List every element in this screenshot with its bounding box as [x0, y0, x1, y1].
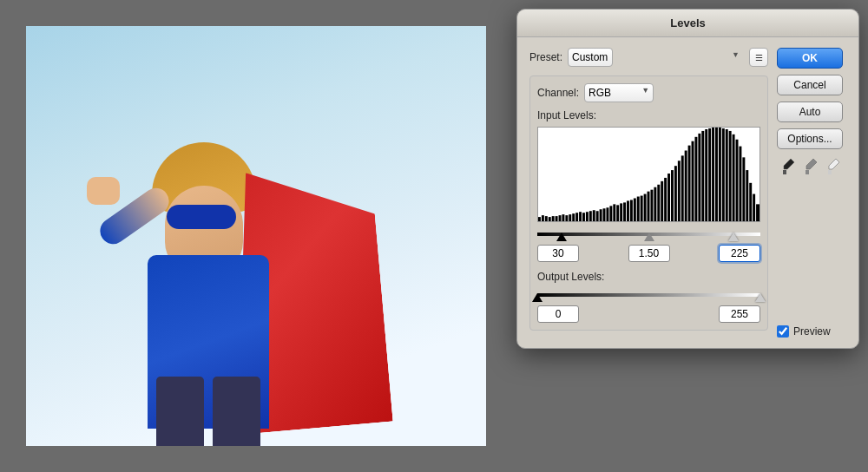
- eyedropper-white-icon[interactable]: [825, 157, 844, 176]
- svg-rect-47: [694, 137, 697, 221]
- input-midtone-value[interactable]: [628, 245, 670, 262]
- preset-label: Preset:: [529, 51, 562, 63]
- svg-rect-68: [828, 170, 832, 174]
- histogram-svg: [538, 128, 760, 221]
- mask: [167, 205, 236, 229]
- svg-rect-41: [674, 166, 677, 221]
- svg-rect-48: [698, 134, 700, 221]
- input-midtone-thumb[interactable]: [644, 233, 654, 241]
- leg-right: [213, 377, 260, 446]
- levels-dialog: Levels Preset: Custom ☰ Chann: [516, 9, 859, 349]
- svg-rect-61: [742, 157, 745, 221]
- svg-rect-66: [783, 170, 786, 174]
- svg-rect-23: [613, 204, 615, 221]
- svg-rect-7: [559, 215, 562, 221]
- eyedroppers-row: [777, 157, 846, 176]
- input-levels-label: Input Levels:: [537, 109, 760, 121]
- preset-row: Preset: Custom ☰: [529, 48, 768, 67]
- input-white-point-thumb[interactable]: [728, 233, 739, 241]
- svg-rect-10: [569, 214, 571, 221]
- channel-select[interactable]: RGB: [584, 83, 654, 102]
- svg-rect-6: [556, 216, 558, 221]
- svg-rect-1: [538, 217, 541, 221]
- svg-rect-11: [572, 213, 575, 221]
- fist: [87, 177, 120, 205]
- svg-rect-35: [654, 187, 656, 221]
- svg-rect-25: [620, 203, 622, 221]
- svg-rect-24: [616, 205, 619, 221]
- svg-rect-19: [600, 209, 602, 221]
- eyedropper-gray-icon[interactable]: [802, 157, 821, 176]
- channel-section: Channel: RGB Input Levels:: [529, 75, 768, 331]
- svg-rect-59: [736, 140, 739, 221]
- channel-row: Channel: RGB: [537, 83, 760, 102]
- svg-rect-18: [596, 211, 599, 221]
- svg-rect-26: [623, 202, 626, 221]
- svg-rect-9: [565, 215, 568, 221]
- input-black-point-thumb[interactable]: [556, 233, 567, 241]
- svg-rect-17: [593, 210, 595, 221]
- svg-rect-29: [634, 198, 636, 221]
- output-gradient: [537, 293, 760, 297]
- output-slider-track[interactable]: [537, 288, 760, 302]
- svg-rect-33: [648, 192, 650, 221]
- svg-rect-4: [549, 217, 551, 221]
- dialog-left-panel: Preset: Custom ☰ Channel: RGB: [529, 48, 768, 338]
- cancel-button[interactable]: Cancel: [777, 75, 843, 95]
- output-levels-label: Output Levels:: [537, 271, 760, 283]
- svg-rect-22: [609, 206, 612, 221]
- svg-rect-27: [627, 200, 629, 221]
- preset-select[interactable]: Custom: [568, 48, 613, 67]
- svg-rect-8: [562, 214, 564, 221]
- auto-button[interactable]: Auto: [777, 102, 843, 122]
- output-white-value[interactable]: [719, 305, 760, 323]
- output-black-value[interactable]: [537, 305, 579, 323]
- eyedropper-black-icon[interactable]: [779, 157, 799, 176]
- input-values-row: [537, 245, 760, 262]
- dialog-title-bar: Levels: [517, 10, 858, 37]
- svg-rect-43: [681, 155, 684, 221]
- input-black-value[interactable]: [537, 245, 579, 262]
- svg-rect-62: [746, 170, 748, 221]
- input-slider-track[interactable]: [537, 227, 760, 241]
- input-white-value[interactable]: [719, 245, 760, 262]
- svg-rect-14: [582, 213, 585, 221]
- output-values-row: [537, 305, 760, 323]
- output-black-thumb[interactable]: [532, 293, 542, 302]
- svg-rect-65: [756, 204, 760, 221]
- svg-rect-37: [661, 181, 663, 221]
- svg-rect-51: [708, 128, 711, 221]
- preview-row: Preview: [777, 325, 846, 338]
- preview-label[interactable]: Preview: [793, 325, 831, 338]
- preset-menu-button[interactable]: ☰: [749, 48, 768, 67]
- svg-rect-57: [729, 131, 732, 221]
- svg-rect-20: [603, 208, 606, 221]
- preview-checkbox[interactable]: [777, 325, 789, 338]
- svg-rect-2: [542, 215, 544, 221]
- svg-rect-13: [579, 212, 582, 221]
- svg-rect-67: [806, 170, 809, 174]
- svg-rect-3: [545, 216, 548, 221]
- svg-rect-40: [671, 170, 674, 221]
- options-button[interactable]: Options...: [777, 128, 843, 149]
- svg-rect-44: [685, 151, 687, 221]
- leg-left: [156, 377, 204, 446]
- channel-select-wrapper: RGB: [584, 83, 654, 102]
- svg-rect-21: [606, 207, 608, 221]
- photo-canvas: [26, 26, 486, 446]
- kid-figure: [78, 47, 408, 446]
- output-white-thumb[interactable]: [755, 293, 766, 302]
- svg-rect-5: [552, 216, 555, 221]
- svg-rect-53: [715, 128, 718, 221]
- svg-rect-39: [667, 174, 670, 221]
- histogram: [537, 127, 760, 222]
- svg-rect-12: [575, 213, 578, 221]
- svg-rect-52: [712, 128, 714, 221]
- svg-rect-58: [733, 134, 735, 221]
- channel-label: Channel:: [537, 87, 579, 99]
- svg-rect-42: [678, 161, 681, 221]
- ok-button[interactable]: OK: [777, 48, 843, 69]
- preset-menu-icon: ☰: [755, 53, 763, 62]
- svg-rect-38: [664, 178, 667, 221]
- svg-rect-36: [657, 185, 660, 221]
